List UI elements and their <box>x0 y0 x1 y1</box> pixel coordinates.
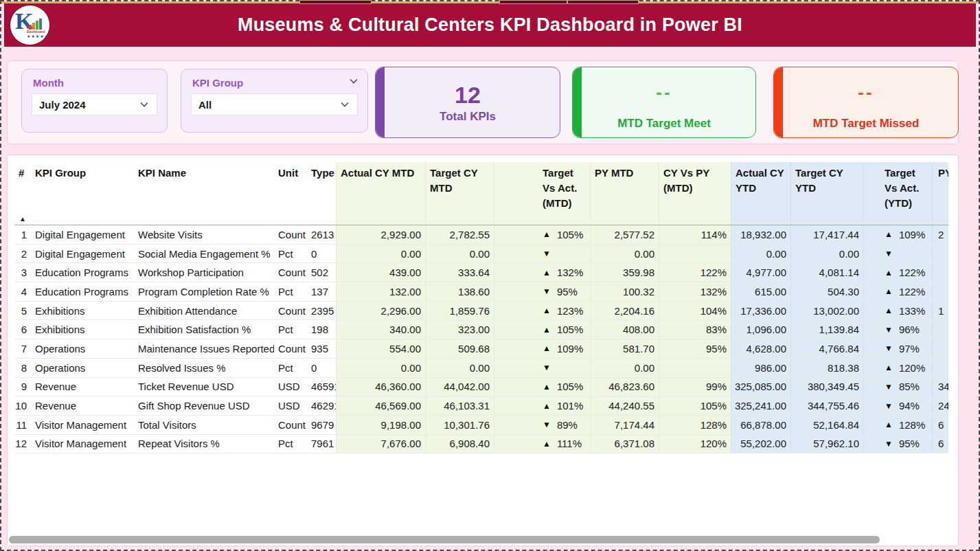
cell-actual-cy-ytd: 0.00 <box>731 245 790 263</box>
chevron-down-icon[interactable] <box>348 76 359 87</box>
cell-target-vs-act-ytd: ▲109% <box>863 225 932 244</box>
cell-type: 137 <box>307 282 336 301</box>
trend-percent: 122% <box>899 267 925 278</box>
trend-down-icon: ▼ <box>885 325 893 335</box>
table-row[interactable]: 6ExhibitionsExhibition Satisfaction %Pct… <box>14 320 948 339</box>
cell-actual-cy-mtd: 7,676.00 <box>336 435 425 453</box>
cell-actual-cy-ytd: 615.00 <box>731 282 790 301</box>
cell-index: 3 <box>14 263 31 282</box>
cell-actual-cy-ytd: 4,977.00 <box>731 263 790 282</box>
cell-py-mtd: 100.32 <box>590 282 659 301</box>
cell-py-mtd: 2,204.16 <box>590 302 659 320</box>
cell-target-vs-act-ytd: ▲128% <box>863 416 932 434</box>
column-header-py-ytd[interactable]: PY YTD <box>932 162 948 225</box>
table-row[interactable]: 12Visitor ManagementRepeat Visitors %Pct… <box>14 435 948 454</box>
cell-kpi-group: Operations <box>31 359 134 377</box>
column-header-target-vs-act-ytd[interactable]: Target Vs Act. (YTD) <box>863 162 932 225</box>
trend-up-icon: ▲ <box>543 268 551 278</box>
cell-type: 7961 <box>307 435 336 453</box>
cell-py-mtd: 46,823.60 <box>590 378 659 396</box>
cell-actual-cy-mtd: 0.00 <box>336 245 425 263</box>
cell-type: 0 <box>307 245 336 263</box>
table-row[interactable]: 9RevenueTicket Revenue USDUSD4659146,360… <box>14 378 948 397</box>
cell-cy-vs-py-mtd: 132% <box>659 282 731 301</box>
trend-down-icon: ▼ <box>885 401 893 411</box>
total-kpis-value: 12 <box>455 82 481 109</box>
column-header-actual-cy-ytd[interactable]: Actual CY YTD <box>731 162 790 225</box>
trend-percent: 89% <box>557 419 578 431</box>
cell-py-mtd: 7,174.44 <box>590 416 659 434</box>
cell-target-vs-act-mtd: ▼ <box>494 359 590 377</box>
cell-py-mtd: 6,371.08 <box>590 435 659 453</box>
cell-py-ytd <box>932 320 948 339</box>
trend-percent: 105% <box>557 381 583 392</box>
cell-kpi-name: Total Visitors <box>134 416 274 434</box>
trend-down-icon: ▼ <box>543 286 551 296</box>
cell-py-mtd: 0.00 <box>590 245 659 263</box>
trend-down-icon: ▼ <box>885 249 893 258</box>
mtd-target-missed-label: MTD Target Missed <box>774 117 958 131</box>
column-header-target-cy-ytd[interactable]: Target CY YTD <box>790 162 863 225</box>
cell-actual-cy-mtd: 46,569.00 <box>336 396 425 415</box>
column-header-kpi-name[interactable]: KPI Name <box>134 162 274 225</box>
table-row[interactable]: 10RevenueGift Shop Revenue USDUSD4629146… <box>14 396 948 416</box>
trend-percent: 95% <box>899 438 920 449</box>
cell-py-mtd: 0.00 <box>590 359 659 377</box>
kpi-group-dropdown[interactable]: All <box>191 93 358 115</box>
table-row[interactable]: 5ExhibitionsExhibition AttendanceCount23… <box>14 302 948 321</box>
page-title: Museums & Cultural Centers KPI Dashboard… <box>238 14 742 36</box>
month-dropdown[interactable]: July 2024 <box>32 93 157 115</box>
column-header-target-vs-act-mtd[interactable]: Target Vs Act. (MTD) <box>494 162 590 225</box>
table-row[interactable]: 7OperationsMaintenance Issues ReportedCo… <box>14 339 948 359</box>
trend-percent: 94% <box>899 400 920 412</box>
table-row[interactable]: 8OperationsResolved Issues %Pct00.000.00… <box>14 359 948 378</box>
table-row[interactable]: 2Digital EngagementSocial Media Engageme… <box>14 245 948 264</box>
cell-target-cy-mtd: 1,859.76 <box>425 302 494 320</box>
trend-up-icon: ▲ <box>543 382 551 392</box>
cell-kpi-name: Gift Shop Revenue USD <box>134 396 274 415</box>
column-header-py-mtd[interactable]: PY MTD <box>590 162 659 225</box>
table-row[interactable]: 4Education ProgramsProgram Completion Ra… <box>14 282 948 302</box>
cell-actual-cy-mtd: 46,360.00 <box>336 378 425 396</box>
card-accent-bar <box>376 67 385 137</box>
trend-percent: 109% <box>899 229 925 240</box>
cell-target-cy-mtd: 2,782.55 <box>425 225 494 244</box>
trend-down-icon: ▼ <box>885 344 893 353</box>
table-row[interactable]: 3Education ProgramsWorkshop Participatio… <box>14 263 948 282</box>
trend-percent: 109% <box>557 343 583 355</box>
trend-percent: 105% <box>557 229 583 240</box>
column-header-kpi-group[interactable]: KPI Group <box>31 162 134 225</box>
horizontal-scrollbar[interactable] <box>9 536 953 543</box>
cell-cy-vs-py-mtd: 83% <box>659 320 731 339</box>
table-row[interactable]: 11Visitor ManagementTotal VisitorsCount9… <box>14 416 948 435</box>
cell-unit: Count <box>274 339 307 358</box>
card-accent-bar <box>573 67 582 137</box>
column-header-cy-vs-py-mtd[interactable]: CY Vs PY (MTD) <box>659 162 731 225</box>
trend-percent: 133% <box>899 305 925 317</box>
cell-py-mtd: 2,577.52 <box>590 225 659 244</box>
cell-actual-cy-ytd: 17,336.00 <box>731 302 790 320</box>
scrollbar-thumb[interactable] <box>9 536 880 543</box>
cell-target-cy-ytd: 818.38 <box>790 359 863 377</box>
column-header-type[interactable]: Type <box>307 162 336 225</box>
sort-ascending-icon: ▲ <box>19 215 26 223</box>
cell-target-cy-mtd: 46,103.31 <box>425 396 494 415</box>
logo-stars: ★★★★★ <box>27 34 49 38</box>
trend-up-icon: ▲ <box>885 420 893 429</box>
cell-kpi-name: Resolved Issues % <box>134 359 274 377</box>
column-header-actual-cy-mtd[interactable]: Actual CY MTD <box>336 162 425 225</box>
kpi-logo: K KPI Dashboard ★★★★★ <box>10 5 49 45</box>
cell-unit: USD <box>274 396 307 415</box>
mtd-target-missed-card: -- MTD Target Missed <box>773 67 959 138</box>
cell-kpi-group: Visitor Management <box>31 416 134 434</box>
cell-unit: Pct <box>274 282 307 301</box>
cell-py-mtd: 408.00 <box>590 320 659 339</box>
cell-target-cy-ytd: 1,139.84 <box>790 320 863 339</box>
cell-target-vs-act-mtd: ▼89% <box>494 416 590 434</box>
cell-actual-cy-ytd: 986.00 <box>731 359 790 377</box>
column-header-unit[interactable]: Unit <box>274 162 307 225</box>
table-row[interactable]: 1Digital EngagementWebsite VisitsCount26… <box>14 225 948 245</box>
column-header-target-cy-mtd[interactable]: Target CY MTD <box>425 162 494 225</box>
kpi-group-dropdown-value: All <box>198 99 212 111</box>
cell-index: 9 <box>14 378 31 396</box>
